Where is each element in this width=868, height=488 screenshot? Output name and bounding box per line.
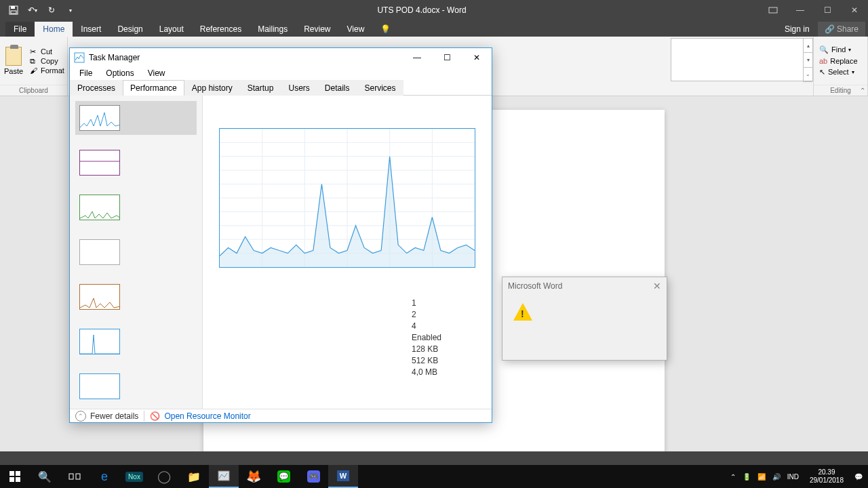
tm-sidebar-disk[interactable] [75, 190, 197, 224]
collapse-ribbon-button[interactable]: ⌃ [860, 87, 865, 94]
tell-me-button[interactable]: 💡 [372, 22, 399, 37]
find-button[interactable]: 🔍Find ▾ [819, 45, 862, 54]
tab-file[interactable]: File [5, 22, 35, 37]
taskbar-discord[interactable]: 🎮 [298, 465, 328, 488]
styles-more[interactable]: ⌄ [804, 68, 812, 82]
tray-expand-icon[interactable]: ⌃ [730, 473, 736, 481]
tm-sidebar-gpu1[interactable] [75, 325, 197, 359]
chevron-up-icon: ⌃ [75, 411, 86, 422]
taskbar-word[interactable]: W [328, 465, 358, 488]
save-button[interactable] [5, 2, 22, 18]
tm-sidebar-cpu[interactable] [75, 101, 197, 135]
taskbar-firefox[interactable]: 🦊 [239, 465, 269, 488]
open-resource-monitor-link[interactable]: 🚫 Open Resource Monitor [150, 411, 250, 421]
tm-menu-options[interactable]: Options [100, 67, 139, 79]
stat-l1: 128 KB [412, 344, 441, 355]
footer-divider [144, 411, 144, 422]
format-painter-button[interactable]: 🖌Format [30, 66, 64, 75]
svg-rect-23 [16, 471, 20, 476]
tm-menu-view[interactable]: View [142, 67, 171, 79]
fewer-details-button[interactable]: ⌃ Fewer details [75, 411, 138, 422]
battery-icon[interactable]: 🔋 [743, 473, 751, 481]
taskbar-task-manager[interactable] [209, 465, 239, 488]
system-tray: ⌃ 🔋 📶 🔊 IND 20.39 29/01/2018 💬 [730, 468, 868, 485]
tm-tab-users[interactable]: Users [281, 80, 317, 96]
tab-insert[interactable]: Insert [73, 22, 109, 37]
notifications-icon[interactable]: 💬 [854, 473, 863, 481]
task-manager-title-bar[interactable]: Task Manager — ☐ ✕ [70, 48, 492, 67]
cut-button[interactable]: ✂Cut [30, 47, 64, 56]
orm-label: Open Resource Monitor [164, 411, 250, 421]
tab-home[interactable]: Home [35, 22, 73, 37]
task-manager-menu-bar: File Options View [70, 67, 492, 79]
dialog-close-button[interactable]: ✕ [653, 281, 661, 291]
tm-tab-services[interactable]: Services [357, 80, 403, 96]
tab-view[interactable]: View [339, 22, 373, 37]
volume-icon[interactable]: 🔊 [772, 473, 781, 481]
paste-button[interactable]: Paste [0, 37, 27, 85]
format-label: Format [41, 66, 64, 75]
tm-maximize-button[interactable]: ☐ [432, 48, 462, 67]
tm-tab-processes[interactable]: Processes [70, 80, 123, 96]
tm-tab-app-history[interactable]: App history [184, 80, 240, 96]
clock[interactable]: 20.39 29/01/2018 [806, 468, 848, 485]
tm-sidebar-gpu2[interactable] [75, 369, 197, 403]
task-view-button[interactable] [60, 465, 90, 488]
maximize-button[interactable]: ☐ [814, 0, 841, 20]
select-button[interactable]: ↖Select ▾ [819, 68, 862, 77]
undo-button[interactable]: ↶▾ [24, 2, 41, 18]
tab-review[interactable]: Review [296, 22, 338, 37]
stat-virt: Enabled [412, 332, 441, 344]
tab-layout[interactable]: Layout [151, 22, 192, 37]
tm-close-button[interactable]: ✕ [462, 48, 492, 67]
tm-sidebar-memory[interactable] [75, 146, 197, 180]
display-options-button[interactable] [760, 0, 787, 20]
word-status-bar [0, 451, 868, 465]
svg-rect-3 [769, 7, 777, 13]
tm-tab-startup[interactable]: Startup [240, 80, 281, 96]
qat-customize-button[interactable]: ▾ [62, 2, 79, 18]
word-title-bar: ↶▾ ↻ ▾ UTS POD 4.docx - Word — ☐ ✕ [0, 0, 868, 20]
share-label: Share [837, 24, 859, 34]
taskbar-nox[interactable]: Nox [119, 465, 149, 488]
search-icon: 🔍 [819, 45, 829, 54]
svg-rect-27 [76, 474, 80, 479]
taskbar-steam[interactable]: ◯ [149, 465, 179, 488]
minimize-button[interactable]: — [787, 0, 814, 20]
tab-references[interactable]: References [192, 22, 250, 37]
fewer-details-label: Fewer details [90, 411, 138, 421]
tm-sidebar-wifi[interactable] [75, 280, 197, 314]
taskbar-edge[interactable]: e [90, 465, 119, 488]
styles-scroll-up[interactable]: ▴ [804, 39, 812, 53]
tm-stats: 1 2 4 Enabled 128 KB 512 KB 4,0 MB [412, 298, 441, 378]
tm-minimize-button[interactable]: — [402, 48, 432, 67]
share-button[interactable]: 🔗 Share [818, 22, 865, 37]
svg-rect-2 [11, 11, 16, 14]
stat-l3: 4,0 MB [412, 367, 441, 378]
tm-tab-details[interactable]: Details [317, 80, 357, 96]
tm-tab-performance[interactable]: Performance [123, 80, 184, 96]
tm-sidebar-ethernet[interactable] [75, 235, 197, 269]
brush-icon: 🖌 [30, 66, 38, 75]
copy-button[interactable]: ⧉Copy [30, 57, 64, 65]
clipboard-group-label: Clipboard [0, 85, 67, 96]
taskbar-explorer[interactable]: 📁 [179, 465, 209, 488]
styles-gallery[interactable]: ▴ ▾ ⌄ [671, 38, 813, 81]
stat-logical: 4 [412, 321, 441, 332]
cut-label: Cut [41, 47, 52, 56]
tm-footer: ⌃ Fewer details 🚫 Open Resource Monitor [70, 409, 492, 422]
sign-in-button[interactable]: Sign in [776, 22, 818, 37]
wifi-icon[interactable]: 📶 [757, 473, 766, 481]
tm-menu-file[interactable]: File [74, 67, 98, 79]
taskbar-line[interactable]: 💬 [269, 465, 298, 488]
tab-mailings[interactable]: Mailings [250, 22, 296, 37]
start-button[interactable] [0, 465, 30, 488]
tab-design[interactable]: Design [109, 22, 151, 37]
close-button[interactable]: ✕ [841, 0, 868, 20]
scissors-icon: ✂ [30, 47, 38, 56]
styles-scroll-down[interactable]: ▾ [804, 53, 812, 67]
redo-button[interactable]: ↻ [43, 2, 60, 18]
replace-button[interactable]: abReplace [819, 57, 862, 65]
language-indicator[interactable]: IND [787, 473, 799, 481]
search-button[interactable]: 🔍 [30, 465, 60, 488]
